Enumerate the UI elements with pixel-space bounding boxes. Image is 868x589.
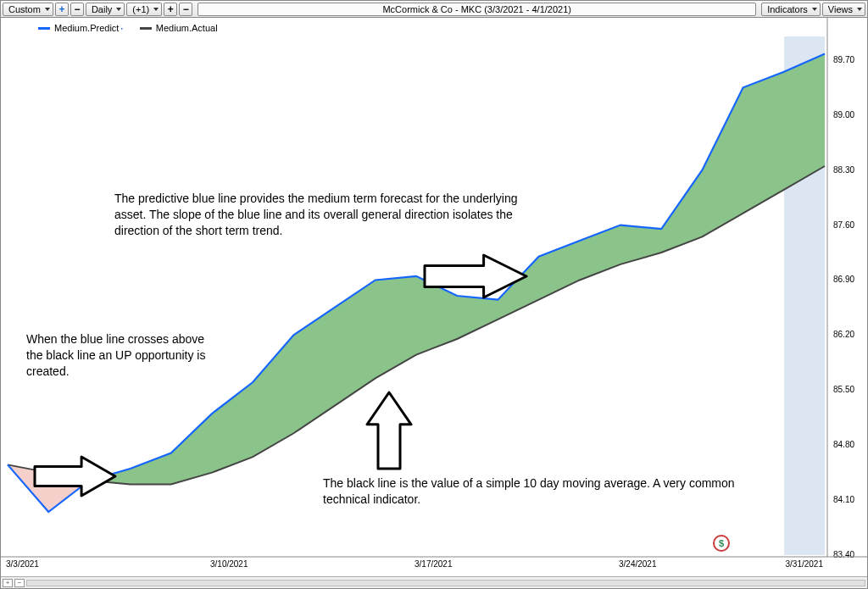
svg-text:3/10/2021: 3/10/2021	[210, 559, 248, 569]
interval-dropdown-label: Daily	[92, 4, 112, 14]
custom-dropdown[interactable]: Custom	[3, 3, 53, 16]
custom-dropdown-label: Custom	[8, 4, 41, 14]
annotation-moving-average-text: The black line is the value of a simple …	[323, 475, 747, 508]
svg-text:89.70: 89.70	[833, 55, 854, 64]
svg-text:86.20: 86.20	[833, 330, 854, 339]
toolbar: Custom + − Daily (+1) + − McCormick & Co…	[1, 1, 867, 18]
svg-text:87.60: 87.60	[833, 220, 854, 230]
svg-text:84.80: 84.80	[833, 440, 854, 449]
chart-title-bar: McCormick & Co - MKC (3/3/2021 - 4/1/202…	[198, 3, 756, 16]
svg-text:83.40: 83.40	[833, 550, 854, 559]
watermark-glyph: $	[719, 538, 724, 548]
svg-text:85.50: 85.50	[833, 385, 854, 394]
scroll-remove-button[interactable]: −	[14, 579, 25, 587]
chart-area[interactable]: Medium.Predict ● Medium.Actual 83.4084.1…	[1, 18, 867, 576]
plus-icon: +	[6, 579, 10, 586]
svg-text:86.90: 86.90	[833, 275, 854, 284]
svg-text:3/24/2021: 3/24/2021	[619, 559, 657, 569]
minus-icon: −	[18, 579, 22, 586]
views-dropdown-label: Views	[828, 4, 853, 14]
scroll-track[interactable]	[26, 580, 865, 586]
indicators-dropdown[interactable]: Indicators	[761, 3, 821, 16]
svg-text:89.00: 89.00	[833, 110, 854, 119]
offset-dropdown-label: (+1)	[132, 4, 149, 14]
offset-plus-button[interactable]: +	[164, 3, 177, 16]
zoom-in-button[interactable]: +	[55, 3, 69, 16]
zoom-out-button[interactable]: −	[70, 3, 84, 16]
svg-text:3/3/2021: 3/3/2021	[6, 559, 39, 569]
interval-dropdown[interactable]: Daily	[86, 3, 125, 16]
horizontal-scrollbar[interactable]: + −	[1, 576, 867, 588]
svg-text:3/31/2021: 3/31/2021	[786, 559, 824, 569]
indicators-dropdown-label: Indicators	[767, 4, 808, 14]
annotation-crossover-text: When the blue line crosses above the bla…	[26, 331, 217, 380]
watermark-icon: $	[713, 535, 730, 552]
offset-dropdown[interactable]: (+1)	[126, 3, 162, 16]
svg-text:84.10: 84.10	[833, 495, 854, 504]
annotation-forecast-text: The predictive blue line provides the me…	[114, 191, 547, 239]
svg-text:88.30: 88.30	[833, 165, 854, 175]
offset-minus-button[interactable]: −	[179, 3, 192, 16]
svg-text:3/17/2021: 3/17/2021	[415, 559, 453, 569]
scroll-add-button[interactable]: +	[3, 579, 13, 587]
views-dropdown[interactable]: Views	[822, 3, 865, 16]
